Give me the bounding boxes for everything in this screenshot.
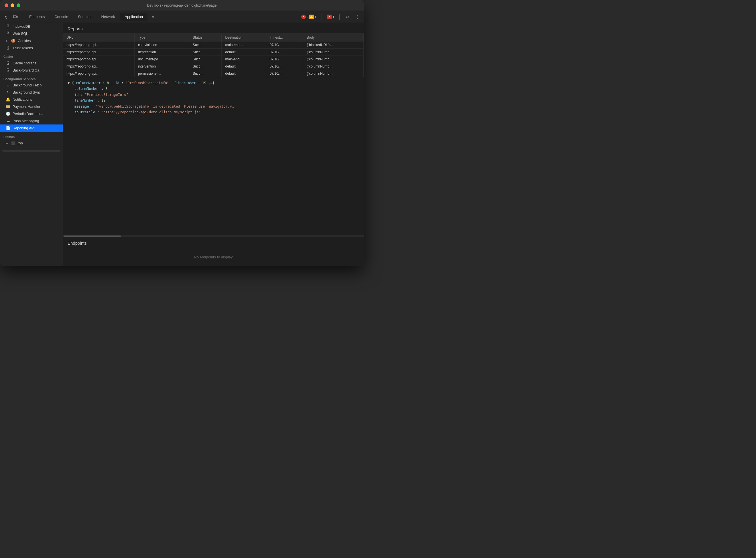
bell-icon: 🔔 <box>6 97 10 102</box>
database-icon: 🗄 <box>6 68 10 72</box>
tab-console[interactable]: Console <box>50 13 73 21</box>
sidebar-item-label: Back-forward Ca… <box>13 68 43 72</box>
sidebar-item-cookies[interactable]: ▶ 🍪 Cookies <box>0 37 63 44</box>
expand-icon: ▶ <box>6 142 8 145</box>
window-title: DevTools - reporting-api-demo.glitch.me/… <box>147 3 217 7</box>
reports-table: URL Type Status Destination Timest… Body… <box>63 34 364 77</box>
sidebar-item-reporting-api[interactable]: 📄 Reporting API <box>0 125 63 132</box>
sidebar-item-bg-fetch[interactable]: ↑↓ Background Fetch <box>0 82 63 89</box>
sidebar-item-bg-sync[interactable]: ↻ Background Sync <box>0 89 63 96</box>
sidebar-item-indexed-db[interactable]: 🗄 IndexedDB <box>0 23 63 30</box>
col-timestamp[interactable]: Timest… <box>266 34 303 42</box>
sidebar-section-bg-services: Background Services <box>0 74 63 82</box>
payment-icon: 💳 <box>6 104 10 109</box>
endpoints-section: Endpoints No endpoints to display <box>63 237 364 266</box>
tab-sources[interactable]: Sources <box>73 13 96 21</box>
main-panel: Reports URL Type Status Destination Time… <box>63 23 364 266</box>
more-options-icon[interactable]: ⋮ <box>353 13 361 21</box>
scrollbar-thumb[interactable] <box>64 235 121 237</box>
json-preview: ▼ { columnNumber : 8 , id : "PrefixedSto… <box>63 77 364 235</box>
expand-icon: ▶ <box>6 39 8 42</box>
sidebar: 🗄 IndexedDB 🗄 Web SQL ▶ 🍪 Cookies 🗄 Trus… <box>0 23 63 266</box>
sidebar-item-label: Notifications <box>13 98 32 102</box>
cursor-icon[interactable] <box>2 13 10 21</box>
tab-elements[interactable]: Elements <box>25 13 49 21</box>
error-badge[interactable]: ✕ 2 ⚠ 1 <box>299 14 318 20</box>
json-line-1: columnNumber : 8 <box>74 86 359 92</box>
sidebar-item-label: Cookies <box>18 39 31 43</box>
frame-icon: ⬛ <box>11 142 16 145</box>
svg-rect-1 <box>17 16 18 18</box>
endpoints-title: Endpoints <box>63 237 364 248</box>
col-body[interactable]: Body <box>303 34 364 42</box>
col-url[interactable]: URL <box>63 34 134 42</box>
error-icon: ✕ <box>301 15 306 19</box>
tab-bar-right: ✕ 2 ⚠ 1 ✕ 1 ⚙ ⋮ <box>299 13 361 21</box>
svg-rect-0 <box>14 16 16 18</box>
sidebar-item-label: Periodic Backgro… <box>13 112 43 116</box>
title-bar: DevTools - reporting-api-demo.glitch.me/… <box>0 0 364 11</box>
settings-icon[interactable]: ⚙ <box>343 13 351 21</box>
sidebar-item-label: Web SQL <box>13 32 28 36</box>
maximize-button[interactable] <box>17 3 20 7</box>
json-body: columnNumber : 8 id : "PrefixedStorageIn… <box>68 86 359 115</box>
table-row[interactable]: https://reporting-api…csp-violationSucc…… <box>63 42 364 49</box>
table-row[interactable]: https://reporting-api…interventionSucc…d… <box>63 63 364 70</box>
sidebar-item-label: IndexedDB <box>13 25 30 29</box>
divider2 <box>339 14 340 20</box>
error-count: 2 <box>307 15 309 19</box>
col-type[interactable]: Type <box>134 34 189 42</box>
sidebar-item-cache-storage[interactable]: 🗄 Cache Storage <box>0 59 63 67</box>
warn-icon: ⚠ <box>309 15 314 19</box>
traffic-lights <box>5 3 20 7</box>
main-content: 🗄 IndexedDB 🗄 Web SQL ▶ 🍪 Cookies 🗄 Trus… <box>0 23 364 266</box>
devtools-window: DevTools - reporting-api-demo.glitch.me/… <box>0 0 364 266</box>
fetch-icon: ↑↓ <box>6 83 10 87</box>
table-row[interactable]: https://reporting-api…document-po…Succ…m… <box>63 56 364 63</box>
sync-icon: ↻ <box>6 90 10 95</box>
sidebar-item-notifications[interactable]: 🔔 Notifications <box>0 96 63 103</box>
sidebar-section-frames: Frames <box>0 132 63 140</box>
clock-icon: 🕐 <box>6 111 10 116</box>
json-line-5: sourceFile : "https://reporting-api-demo… <box>74 109 359 115</box>
sidebar-item-periodic-bg[interactable]: 🕐 Periodic Backgro… <box>0 110 63 117</box>
sidebar-item-frame-top[interactable]: ▶ ⬛ top <box>0 140 63 147</box>
more-tabs-icon[interactable]: » <box>149 13 157 21</box>
json-line-2: id : "PrefixedStorageInfo" <box>74 92 359 98</box>
col-destination[interactable]: Destination <box>222 34 266 42</box>
close-button[interactable] <box>5 3 8 7</box>
sidebar-item-payment-handler[interactable]: 💳 Payment Handler… <box>0 103 63 110</box>
tab-bar: Elements Console Sources Network Applica… <box>0 11 364 23</box>
device-icon[interactable] <box>11 13 20 21</box>
minimize-button[interactable] <box>10 3 14 7</box>
error2-badge[interactable]: ✕ 1 <box>325 14 336 20</box>
sidebar-item-label: Trust Tokens <box>13 46 33 50</box>
database-icon: 🗄 <box>6 61 10 65</box>
sidebar-item-label: Reporting API <box>13 126 35 130</box>
sidebar-item-push-messaging[interactable]: ☁ Push Messaging <box>0 117 63 125</box>
warn-count: 1 <box>315 15 316 19</box>
tab-application[interactable]: Application <box>120 13 147 21</box>
sidebar-item-back-forward[interactable]: 🗄 Back-forward Ca… <box>0 67 63 74</box>
endpoints-empty: No endpoints to display <box>63 248 364 266</box>
sidebar-item-trust-tokens[interactable]: 🗄 Trust Tokens <box>0 44 63 51</box>
table-row[interactable]: https://reporting-api…deprecationSucc…de… <box>63 49 364 56</box>
table-row[interactable]: https://reporting-api…permissions-…Succ…… <box>63 70 364 77</box>
json-line-3: lineNumber : 19 <box>74 98 359 103</box>
error2-icon: ✕ <box>327 15 332 19</box>
horizontal-scrollbar[interactable] <box>63 235 364 237</box>
cloud-icon: ☁ <box>6 119 10 123</box>
table-header-row: URL Type Status Destination Timest… Body <box>63 34 364 42</box>
col-status[interactable]: Status <box>189 34 222 42</box>
sidebar-item-label: top <box>18 141 23 145</box>
tab-network[interactable]: Network <box>97 13 120 21</box>
database-icon: 🗄 <box>6 24 10 29</box>
sidebar-section-cache: Cache <box>0 51 63 59</box>
json-collapsed-line[interactable]: ▼ { columnNumber : 8 , id : "PrefixedSto… <box>68 80 359 86</box>
reports-table-wrap[interactable]: URL Type Status Destination Timest… Body… <box>63 34 364 77</box>
tab-bar-tools <box>2 13 20 21</box>
database-icon: 🗄 <box>6 31 10 36</box>
sidebar-scrollbar[interactable] <box>2 150 60 152</box>
sidebar-item-web-sql[interactable]: 🗄 Web SQL <box>0 30 63 37</box>
sidebar-item-label: Push Messaging <box>13 119 39 123</box>
